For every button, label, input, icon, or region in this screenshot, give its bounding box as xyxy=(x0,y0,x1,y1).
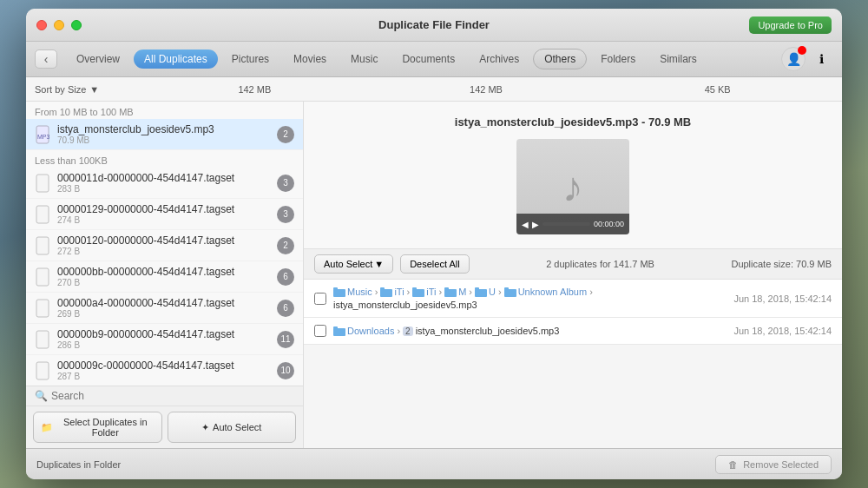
file-list-scroll[interactable]: From 10 MB to 100 MB MP3 istya_monstercl… xyxy=(26,102,303,386)
file-info: 0000009c-00000000-454d4147.tagset 287 B xyxy=(57,359,272,381)
file-icon-3 xyxy=(35,235,52,256)
preview-title: istya_monsterclub_joesidev5.mp3 - 70.9 M… xyxy=(455,115,691,129)
file-name: 0000009c-00000000-454d4147.tagset xyxy=(57,359,272,372)
file-size: 272 B xyxy=(57,247,272,256)
preview-separator: - xyxy=(641,115,648,129)
tab-folders[interactable]: Folders xyxy=(590,49,646,69)
duplicate-count-info: 2 duplicates for 141.7 MB xyxy=(477,259,725,269)
tab-all-duplicates[interactable]: All Duplicates xyxy=(134,49,218,69)
svg-text:MP3: MP3 xyxy=(37,134,50,140)
folder-icon: iTi xyxy=(412,287,436,297)
svg-rect-14 xyxy=(412,289,424,297)
file-info: 00000120-00000000-454d4147.tagset 272 B xyxy=(57,234,272,256)
table-row[interactable]: Downloads › 2 istya_monsterclub_joesidev… xyxy=(304,318,842,345)
svg-rect-7 xyxy=(36,331,49,348)
svg-rect-5 xyxy=(36,268,49,286)
svg-rect-2 xyxy=(36,175,49,192)
table-row[interactable]: Music › iTi › iTi xyxy=(304,280,842,318)
row-checkbox-1[interactable] xyxy=(314,293,326,305)
sort-icon: ▼ xyxy=(89,84,99,95)
svg-rect-12 xyxy=(380,289,392,297)
dropdown-chevron-icon: ▼ xyxy=(374,259,384,269)
stat-2: 142 MB xyxy=(371,84,602,95)
remove-selected-button[interactable]: 🗑 Remove Selected xyxy=(715,455,832,474)
main-content: From 10 MB to 100 MB MP3 istya_monstercl… xyxy=(26,102,842,448)
svg-rect-23 xyxy=(333,326,338,329)
stats-bar: Sort by Size ▼ 142 MB 142 MB 45 KB xyxy=(26,77,842,102)
search-icon: 🔍 xyxy=(35,390,48,402)
list-item[interactable]: 00000129-00000000-454d4147.tagset 274 B … xyxy=(26,199,303,230)
tab-overview[interactable]: Overview xyxy=(66,49,130,69)
close-button[interactable] xyxy=(36,20,47,30)
file-info: 000000bb-00000000-454d4147.tagset 270 B xyxy=(57,266,272,287)
auto-select-left-button[interactable]: ✦ Auto Select xyxy=(168,412,297,443)
list-item[interactable]: MP3 istya_monsterclub_joesidev5.mp3 70.9… xyxy=(26,119,303,150)
notification-badge xyxy=(798,46,806,55)
tab-pictures[interactable]: Pictures xyxy=(221,49,279,69)
progress-bar[interactable] xyxy=(542,222,590,226)
list-item[interactable]: 00000120-00000000-454d4147.tagset 272 B … xyxy=(26,230,303,261)
svg-rect-17 xyxy=(444,287,449,290)
file-info: 000000a4-00000000-454d4147.tagset 269 B xyxy=(57,297,272,319)
row-checkbox-2[interactable] xyxy=(314,325,326,337)
svg-rect-19 xyxy=(475,287,479,290)
back-button[interactable]: ‹ xyxy=(35,49,57,69)
preview-filesize: 70.9 MB xyxy=(648,115,691,129)
minimize-button[interactable] xyxy=(54,20,64,30)
list-item[interactable]: 000000b9-00000000-454d4147.tagset 286 B … xyxy=(26,324,303,355)
file-size: 287 B xyxy=(57,372,272,381)
tab-archives[interactable]: Archives xyxy=(469,49,529,69)
select-duplicates-folder-button[interactable]: 📁 Select Duplicates in Folder xyxy=(33,412,162,443)
search-bar: 🔍 xyxy=(26,386,303,406)
file-date-1: Jun 18, 2018, 15:42:14 xyxy=(733,293,832,304)
window-controls xyxy=(36,20,82,30)
tab-similars[interactable]: Similars xyxy=(649,49,707,69)
list-item[interactable]: 0000009c-00000000-454d4147.tagset 287 B … xyxy=(26,355,303,386)
rewind-button[interactable]: ◀ xyxy=(522,220,529,229)
file-name: 00000129-00000000-454d4147.tagset xyxy=(57,203,272,215)
file-size: 286 B xyxy=(57,340,272,350)
search-input[interactable] xyxy=(51,390,294,402)
folder-icon: Downloads xyxy=(333,326,394,336)
svg-rect-10 xyxy=(333,289,345,297)
play-button[interactable]: ▶ xyxy=(532,220,539,229)
svg-rect-20 xyxy=(504,289,516,297)
app-window: Duplicate File Finder Upgrade to Pro ‹ O… xyxy=(26,9,842,479)
back-icon: ‹ xyxy=(44,52,49,66)
folder-icon: Music xyxy=(333,287,372,297)
svg-rect-21 xyxy=(504,287,509,290)
sort-control[interactable]: Sort by Size ▼ xyxy=(35,84,139,95)
file-info: istya_monsterclub_joesidev5.mp3 70.9 MB xyxy=(57,123,272,145)
titlebar: Duplicate File Finder Upgrade to Pro xyxy=(26,9,842,42)
list-item[interactable]: 000000bb-00000000-454d4147.tagset 270 B … xyxy=(26,261,303,293)
deselect-all-button[interactable]: Deselect All xyxy=(400,254,469,274)
list-item[interactable]: 000000a4-00000000-454d4147.tagset 269 B … xyxy=(26,293,303,324)
list-item[interactable]: 0000011d-00000000-454d4147.tagset 283 B … xyxy=(26,168,303,199)
maximize-button[interactable] xyxy=(71,20,82,30)
file-path-2: Downloads › 2 istya_monsterclub_joesidev… xyxy=(333,326,727,336)
stat-1: 142 MB xyxy=(139,84,371,95)
tab-others[interactable]: Others xyxy=(533,49,587,69)
svg-rect-13 xyxy=(380,287,385,290)
file-size: 274 B xyxy=(57,215,272,225)
upgrade-button[interactable]: Upgrade to Pro xyxy=(749,16,832,34)
file-path-1: Music › iTi › iTi xyxy=(333,287,727,310)
tab-music[interactable]: Music xyxy=(340,49,388,69)
left-actions: 📁 Select Duplicates in Folder ✦ Auto Sel… xyxy=(26,406,303,448)
svg-rect-18 xyxy=(475,289,487,297)
info-icon[interactable]: ℹ xyxy=(809,47,833,71)
file-info: 00000129-00000000-454d4147.tagset 274 B xyxy=(57,203,272,225)
user-avatar: 👤 xyxy=(786,52,801,66)
tab-movies[interactable]: Movies xyxy=(283,49,337,69)
file-badge: 6 xyxy=(277,300,294,317)
svg-rect-6 xyxy=(36,300,49,317)
file-name: 000000b9-00000000-454d4147.tagset xyxy=(57,328,272,340)
user-icon[interactable]: 👤 xyxy=(781,47,806,71)
duplicate-size-info: Duplicate size: 70.9 MB xyxy=(731,259,832,269)
tab-documents[interactable]: Documents xyxy=(391,49,465,69)
left-panel: From 10 MB to 100 MB MP3 istya_monstercl… xyxy=(26,102,304,448)
auto-select-button[interactable]: Auto Select ▼ xyxy=(314,254,393,274)
file-icon-6 xyxy=(35,329,52,350)
filename: istya_monsterclub_joesidev5.mp3 xyxy=(416,326,560,336)
filename: istya_monsterclub_joesidev5.mp3 xyxy=(333,300,477,310)
